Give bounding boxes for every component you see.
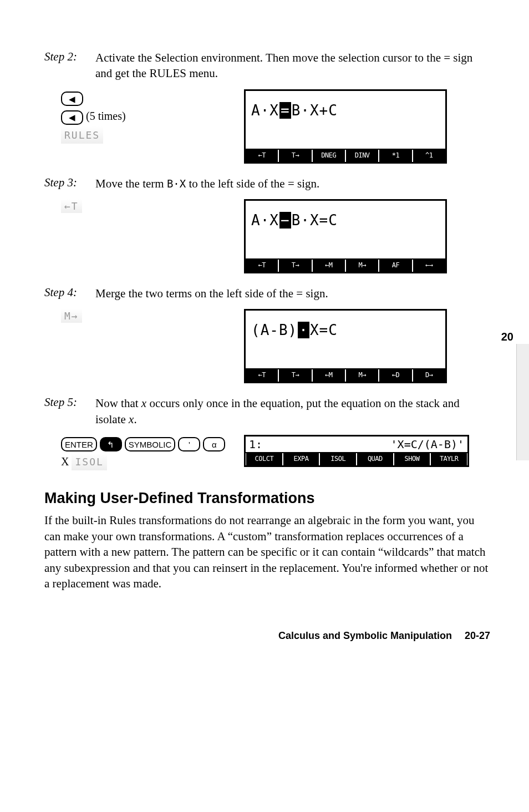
screen-formula: A·X−B·X=C <box>251 206 338 229</box>
page: Step 2: Activate the Selection environme… <box>0 0 529 664</box>
calc-menu-4: ←T T→ ←M M→ ←D D→ <box>246 368 445 382</box>
step-3: Step 3: Move the term B·X to the left si… <box>44 176 490 273</box>
page-footer: Calculus and Symbolic Manipulation 20-27 <box>44 630 490 642</box>
step-4: Step 4: Merge the two terms on the left … <box>44 286 490 383</box>
screen-formula: (A-B)·X=C <box>251 316 338 338</box>
menu-item: QUAD <box>357 453 393 465</box>
calc-screen-3: A·X−B·X=C ←T T→ ←M M→ AF ←→ <box>244 199 447 273</box>
step-4-keys: M→ <box>61 309 233 323</box>
menu-item: COLCT <box>246 453 282 465</box>
menu-item: ←D <box>379 369 413 382</box>
step-5: Step 5: Now that x occurs only once in t… <box>44 395 490 472</box>
softkey-m-right: M→ <box>61 309 82 323</box>
calc-screen-2: A·X=B·X+C ←T T→ DNEG DINV *1 ^1 <box>244 89 447 164</box>
menu-item: DNEG <box>313 150 346 162</box>
menu-item: ←→ <box>413 260 445 272</box>
stack-value: 'X=C/(A-B)' <box>391 438 464 451</box>
menu-item: ^1 <box>413 150 445 162</box>
shift-left-key-icon: ↰ <box>100 437 122 451</box>
step-5-label: Step 5: <box>44 395 95 409</box>
calc-screen-5: 1: 'X=C/(A-B)' COLCT EXPA ISOL QUAD SHOW… <box>244 435 469 467</box>
menu-item: ←T <box>246 260 279 272</box>
menu-item: EXPA <box>283 453 319 465</box>
step-2-keys: ◀ ◀ (5 times) RULES <box>61 89 233 145</box>
menu-item: T→ <box>279 150 312 162</box>
menu-item: T→ <box>279 260 312 272</box>
menu-item: DINV <box>346 150 379 162</box>
menu-item: ←T <box>246 150 279 162</box>
menu-item: AF <box>379 260 413 272</box>
chapter-tab <box>516 344 529 460</box>
step-3-text: Move the term B·X to the left side of th… <box>95 176 319 191</box>
var-x: x <box>141 397 146 410</box>
step-2-text: Activate the Selection environment. Then… <box>95 50 490 82</box>
var-x: x <box>129 413 134 426</box>
tick-key: ' <box>178 437 200 451</box>
softkey-left-t: ←T <box>61 199 82 213</box>
menu-item: T→ <box>279 369 312 382</box>
left-arrow-key-icon: ◀ <box>61 92 83 106</box>
calc-menu-2: ←T T→ DNEG DINV *1 ^1 <box>246 149 445 162</box>
calc-menu-3: ←T T→ ←M M→ AF ←→ <box>246 258 445 272</box>
step-3-label: Step 3: <box>44 176 95 190</box>
menu-item: M→ <box>346 260 379 272</box>
enter-key: ENTER <box>61 437 97 451</box>
menu-item: ←M <box>313 369 346 382</box>
text-fragment: to the left side of the = sign. <box>186 177 319 190</box>
text-fragment: Move the term <box>95 177 167 190</box>
left-arrow-key-icon: ◀ <box>61 110 83 125</box>
key-repeat-note: (5 times) <box>86 110 126 122</box>
menu-item: ISOL <box>320 453 356 465</box>
text-fragment: . <box>134 413 136 426</box>
softkey-rules: RULES <box>61 126 103 144</box>
menu-item: ←M <box>313 260 346 272</box>
section-paragraph: If the built-in Rules transformations do… <box>44 512 490 591</box>
step-2-label: Step 2: <box>44 50 95 64</box>
step-5-text: Now that x occurs only once in the equat… <box>95 395 490 427</box>
menu-item: SHOW <box>394 453 430 465</box>
step-4-label: Step 4: <box>44 286 95 300</box>
step-5-keys: ENTER ↰ SYMBOLIC ' α X ISOL <box>61 435 233 472</box>
stack-level: 1: <box>249 438 262 451</box>
key-prefix: X <box>61 455 72 468</box>
menu-item: TAYLR <box>431 453 467 465</box>
calc-screen-4: (A-B)·X=C ←T T→ ←M M→ ←D D→ <box>244 309 447 383</box>
menu-item: *1 <box>379 150 413 162</box>
screen-formula: A·X=B·X+C <box>251 97 338 119</box>
step-4-text: Merge the two terms on the left side of … <box>95 286 328 301</box>
section-heading: Making User-Defined Transformations <box>44 490 490 507</box>
chapter-tab-number: 20 <box>501 331 513 343</box>
code-fragment: B·X <box>167 177 186 190</box>
menu-item: ←T <box>246 369 279 382</box>
alpha-key: α <box>203 437 225 451</box>
text-fragment: occurs only once in the equation, put th… <box>95 397 460 425</box>
calc-menu-5: COLCT EXPA ISOL QUAD SHOW TAYLR <box>246 452 467 465</box>
text-fragment: Now that <box>95 397 141 410</box>
softkey-isol: ISOL <box>72 453 106 470</box>
step-3-keys: ←T <box>61 199 233 213</box>
symbolic-key: SYMBOLIC <box>125 437 176 451</box>
menu-item: M→ <box>346 369 379 382</box>
menu-item: D→ <box>413 369 445 382</box>
step-2: Step 2: Activate the Selection environme… <box>44 50 490 164</box>
